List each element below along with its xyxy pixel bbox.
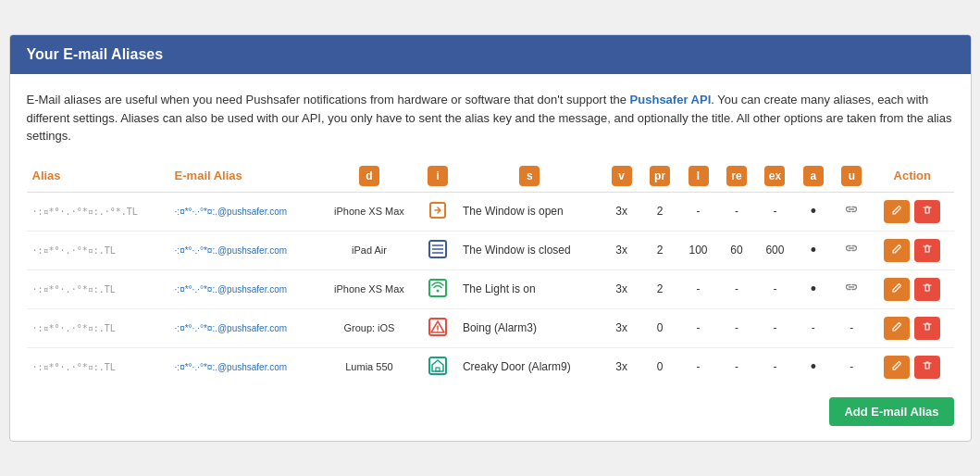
device-cell: iPhone XS Max (319, 192, 418, 231)
edit-button[interactable] (884, 278, 910, 301)
alias-cell: ·:¤*°·.·°*¤:.TL (27, 231, 169, 269)
email-aliases-card: Your E-mail Aliases E-Mail aliases are u… (9, 34, 972, 442)
u-cell (833, 192, 871, 231)
delete-button[interactable] (914, 200, 940, 223)
col-alias: Alias (27, 160, 169, 193)
v-cell: 3x (602, 269, 640, 308)
col-d: d (319, 160, 418, 193)
ex-cell: 600 (756, 231, 794, 269)
sound-cell: The Window is open (457, 192, 602, 231)
col-u: u (833, 160, 871, 193)
add-email-alias-button[interactable]: Add E-mail Alias (829, 397, 953, 426)
re-cell: 60 (717, 231, 755, 269)
a-cell: • (794, 231, 832, 269)
aliases-table: Alias E-mail Alias d i s v pr l re ex a … (27, 160, 954, 386)
table-row: ·:¤*°·.·°*¤:.TL·:¤*°·.·°*¤:.@pushsafer.c… (27, 269, 954, 308)
u-cell (833, 231, 871, 269)
delete-button[interactable] (914, 356, 940, 379)
col-a: a (794, 160, 832, 193)
ex-cell: - (756, 192, 794, 231)
a-cell: • (794, 347, 832, 386)
edit-button[interactable] (884, 317, 910, 340)
pr-cell: 2 (640, 192, 678, 231)
device-cell: Group: iOS (319, 308, 418, 347)
u-cell: - (833, 308, 871, 347)
col-i: i (418, 160, 456, 193)
delete-button[interactable] (914, 239, 940, 262)
edit-button[interactable] (884, 200, 910, 223)
col-pr: pr (640, 160, 678, 193)
sound-cell: Boing (Alarm3) (457, 308, 602, 347)
col-s: s (457, 160, 602, 193)
icon-cell (418, 231, 456, 269)
alias-cell: ·:¤*°·.·°*¤:.TL (27, 347, 169, 386)
svg-point-9 (437, 331, 439, 332)
u-cell (833, 269, 871, 308)
email-link[interactable]: ·:¤*°·.·°*¤:.@pushsafer.com (175, 284, 288, 294)
email-link[interactable]: ·:¤*°·.·°*¤:.@pushsafer.com (175, 362, 288, 372)
badge-v: v (612, 166, 632, 186)
ex-cell: - (756, 269, 794, 308)
email-link[interactable]: ·:¤*°·.·°*¤:.@pushsafer.com (175, 323, 288, 333)
alias-cell: ·:¤*°·.·°*¤:.TL (27, 308, 169, 347)
sound-cell: The Window is closed (457, 231, 602, 269)
badge-i: i (428, 166, 448, 186)
col-action: Action (871, 160, 953, 193)
edit-button[interactable] (884, 239, 910, 262)
delete-button[interactable] (914, 317, 940, 340)
edit-button[interactable] (884, 356, 910, 379)
col-ex: ex (756, 160, 794, 193)
email-cell[interactable]: ·:¤*°·.·°*¤:.@pushsafer.com (169, 308, 320, 347)
pr-cell: 2 (640, 231, 678, 269)
device-cell: iPad Air (319, 231, 418, 269)
a-cell: • (794, 269, 832, 308)
badge-l: l (688, 166, 709, 186)
re-cell: - (717, 308, 755, 347)
email-cell[interactable]: ·:¤*°·.·°*¤:.@pushsafer.com (169, 231, 320, 269)
page-title: Your E-mail Aliases (27, 46, 164, 62)
pr-cell: 2 (640, 269, 678, 308)
badge-re: re (726, 166, 747, 186)
card-header: Your E-mail Aliases (10, 35, 971, 74)
pushsafer-api-link[interactable]: Pushsafer API (630, 93, 712, 106)
action-cell (871, 231, 953, 269)
alias-cell: ·:¤*°·.·°*¤:.·°*.TL (27, 192, 169, 231)
l-cell: - (679, 308, 717, 347)
badge-pr: pr (650, 166, 670, 186)
l-cell: - (679, 269, 717, 308)
badge-a: a (803, 166, 824, 186)
link-icon (845, 204, 858, 217)
link-icon (845, 282, 858, 294)
footer-row: Add E-mail Alias (27, 386, 954, 430)
l-cell: - (679, 192, 717, 231)
sound-cell: Creaky Door (Alarm9) (457, 347, 602, 386)
col-v: v (602, 160, 640, 193)
svg-point-6 (437, 289, 440, 292)
alias-cell: ·:¤*°·.·°*¤:.TL (27, 269, 169, 308)
v-cell: 3x (602, 231, 640, 269)
delete-button[interactable] (914, 278, 940, 301)
email-cell[interactable]: ·:¤*°·.·°*¤:.@pushsafer.com (169, 192, 320, 231)
badge-ex: ex (764, 166, 785, 186)
table-row: ·:¤*°·.·°*¤:.TL·:¤*°·.·°*¤:.@pushsafer.c… (27, 231, 954, 269)
action-cell (871, 347, 953, 386)
pr-cell: 0 (640, 308, 678, 347)
a-cell: - (794, 308, 832, 347)
re-cell: - (717, 347, 755, 386)
email-link[interactable]: ·:¤*°·.·°*¤:.@pushsafer.com (175, 207, 288, 217)
col-re: re (717, 160, 755, 193)
link-icon (845, 243, 858, 256)
ex-cell: - (756, 308, 794, 347)
a-cell: • (794, 192, 832, 231)
email-cell[interactable]: ·:¤*°·.·°*¤:.@pushsafer.com (169, 269, 320, 308)
desc-text-1: E-Mail aliases are useful when you need … (27, 93, 630, 106)
v-cell: 3x (602, 192, 640, 231)
description-text: E-Mail aliases are useful when you need … (27, 91, 954, 145)
icon-cell (418, 269, 456, 308)
v-cell: 3x (602, 347, 640, 386)
email-cell[interactable]: ·:¤*°·.·°*¤:.@pushsafer.com (169, 347, 320, 386)
email-link[interactable]: ·:¤*°·.·°*¤:.@pushsafer.com (175, 245, 288, 256)
v-cell: 3x (602, 308, 640, 347)
l-cell: 100 (679, 231, 717, 269)
badge-u: u (841, 166, 862, 186)
